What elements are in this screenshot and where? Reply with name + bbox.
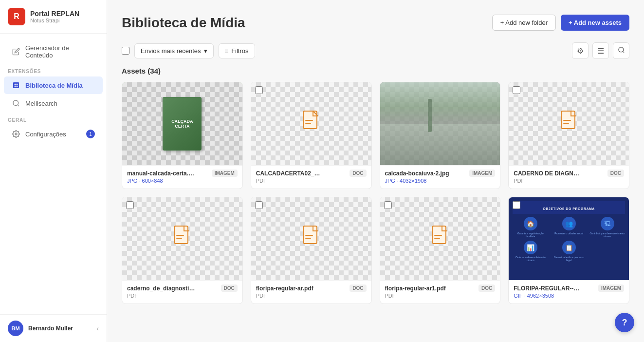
svg-rect-1 <box>15 84 16 85</box>
asset-name: CALCADACERTA02_AGO2019.pdf <box>256 170 324 177</box>
asset-info: caderno_de_diagnostico.pdf DOC PDF <box>122 280 242 304</box>
svg-point-7 <box>15 133 17 135</box>
main-content: Biblioteca de Mídia + Add new folder + A… <box>107 0 644 342</box>
sidebar-item-label: Meilisearch <box>25 100 57 107</box>
search-button[interactable] <box>613 42 629 59</box>
asset-info: calcada-bocaiuva-2.jpg IMAGEM JPG · 4032… <box>380 165 500 189</box>
file-icon <box>301 225 321 253</box>
filter-label: Filtros <box>231 47 248 55</box>
asset-meta: PDF <box>127 293 238 299</box>
asset-card[interactable]: caderno_de_diagnostico.pdf DOC PDF <box>122 197 243 304</box>
asset-checkbox[interactable] <box>255 201 263 209</box>
asset-preview <box>380 197 500 280</box>
search-icon <box>618 46 625 56</box>
asset-name-row: floripa-regular-ar1.pdf DOC <box>385 285 496 292</box>
asset-card[interactable]: CADERNO DE DIAGNÓSTICO_BAIRRO.pdf DOC PD… <box>508 82 629 189</box>
asset-info: floripa-regular-ar.pdf DOC PDF <box>251 280 371 304</box>
sort-dropdown[interactable]: Envios mais recentes ▾ <box>134 43 214 58</box>
asset-meta: JPG · 4032×1908 <box>385 178 496 184</box>
svg-rect-23 <box>434 235 442 236</box>
assets-section-title: Assets (34) <box>122 67 629 75</box>
asset-name: CADERNO DE DIAGNÓSTICO_BAIRRO.pdf <box>514 170 582 177</box>
asset-name-row: CADERNO DE DIAGNÓSTICO_BAIRRO.pdf DOC <box>514 170 624 177</box>
sidebar-item-content-manager[interactable]: Gerenciador deConteúdo <box>4 40 103 63</box>
add-assets-button[interactable]: + Add new assets <box>561 15 629 31</box>
asset-meta: GIF · 4962×3508 <box>514 293 624 299</box>
asset-name: FLORIPA-REGULAR--PILARES.gif <box>514 285 582 292</box>
asset-type-badge: IMAGEM <box>598 285 624 292</box>
main-header: Biblioteca de Mídia + Add new folder + A… <box>122 15 629 31</box>
filter-button[interactable]: ≡ Filtros <box>219 43 255 58</box>
sidebar-item-label: Configurações <box>25 131 66 138</box>
asset-info: floripa-regular-ar1.pdf DOC PDF <box>380 280 500 304</box>
asset-name-row: CALCADACERTA02_AGO2019.pdf DOC <box>256 170 367 177</box>
asset-card[interactable]: CALÇADACERTA manual-calcada-certa.jpg IM… <box>122 82 243 189</box>
select-all-checkbox[interactable] <box>122 47 129 55</box>
asset-type-badge: DOC <box>221 285 238 292</box>
asset-checkbox[interactable] <box>255 86 263 94</box>
asset-checkbox[interactable] <box>513 86 520 94</box>
asset-type-badge: DOC <box>350 170 366 177</box>
search-icon <box>12 99 20 108</box>
app-subtitle: Notus Strapi <box>30 18 79 23</box>
help-button[interactable]: ? <box>615 313 634 332</box>
app-name: Portal REPLAN <box>30 10 79 18</box>
chevron-down-icon: ▾ <box>204 47 207 55</box>
svg-point-8 <box>618 47 623 52</box>
asset-checkbox[interactable] <box>384 201 392 209</box>
asset-info: CALCADACERTA02_AGO2019.pdf DOC PDF <box>251 165 371 189</box>
asset-card[interactable]: CALCADACERTA02_AGO2019.pdf DOC PDF <box>251 82 372 189</box>
svg-rect-18 <box>176 238 182 239</box>
asset-card[interactable]: floripa-regular-ar.pdf DOC PDF <box>251 197 372 304</box>
asset-card[interactable]: calcada-bocaiuva-2.jpg IMAGEM JPG · 4032… <box>380 82 501 189</box>
svg-rect-12 <box>305 123 311 124</box>
user-name: Bernardo Muller <box>28 325 92 332</box>
media-library-icon <box>12 81 20 90</box>
page-title: Biblioteca de Mídia <box>122 15 245 31</box>
svg-rect-15 <box>563 123 569 124</box>
asset-info: FLORIPA-REGULAR--PILARES.gif IMAGEM GIF … <box>509 280 629 304</box>
list-view-button[interactable]: ☰ <box>592 42 609 59</box>
settings-icon <box>12 130 20 138</box>
settings-badge: 1 <box>86 130 95 138</box>
svg-line-9 <box>623 51 624 53</box>
asset-checkbox[interactable] <box>513 201 520 209</box>
sidebar-footer: BM Bernardo Muller ‹ <box>0 314 107 342</box>
sidebar-nav: Gerenciador deConteúdo EXTENSÕES Bibliot… <box>0 34 107 314</box>
toolbar-right: ⚙ ☰ <box>572 42 629 59</box>
asset-preview: OBJETIVOS DO PROGRAMA 🏠 Garantir a regul… <box>509 197 629 280</box>
svg-rect-24 <box>434 238 440 239</box>
asset-card[interactable]: floripa-regular-ar1.pdf DOC PDF <box>380 197 501 304</box>
asset-name-row: floripa-regular-ar.pdf DOC <box>256 285 367 292</box>
asset-name: calcada-bocaiuva-2.jpg <box>385 170 449 177</box>
svg-rect-4 <box>17 86 18 87</box>
asset-info: CADERNO DE DIAGNÓSTICO_BAIRRO.pdf DOC PD… <box>509 165 629 189</box>
edit-icon <box>12 47 20 56</box>
header-actions: + Add new folder + Add new assets <box>492 15 629 31</box>
sidebar-item-meilisearch[interactable]: Meilisearch <box>4 95 103 112</box>
filter-icon: ≡ <box>225 47 229 55</box>
asset-checkbox[interactable] <box>126 201 134 209</box>
asset-meta: PDF <box>256 293 367 299</box>
avatar: BM <box>8 321 23 336</box>
add-folder-button[interactable]: + Add new folder <box>492 15 556 31</box>
sidebar-item-settings[interactable]: Configurações 1 <box>4 125 103 143</box>
asset-preview <box>380 82 500 165</box>
file-icon <box>559 110 579 138</box>
file-icon <box>172 225 192 253</box>
svg-point-5 <box>13 100 18 106</box>
sort-label: Envios mais recentes <box>141 47 201 55</box>
sidebar-header: R Portal REPLAN Notus Strapi <box>0 0 107 34</box>
svg-rect-14 <box>563 120 571 121</box>
settings-view-button[interactable]: ⚙ <box>572 42 589 59</box>
collapse-icon[interactable]: ‹ <box>96 324 99 332</box>
asset-info: manual-calcada-certa.jpg IMAGEM JPG · 60… <box>122 165 242 189</box>
svg-rect-17 <box>176 235 184 236</box>
asset-meta: PDF <box>256 178 367 184</box>
sidebar-item-media-library[interactable]: Biblioteca de Mídia <box>4 76 103 94</box>
asset-type-badge: DOC <box>350 285 366 292</box>
asset-type-badge: IMAGEM <box>212 170 238 177</box>
asset-name-row: manual-calcada-certa.jpg IMAGEM <box>127 170 238 177</box>
asset-card[interactable]: OBJETIVOS DO PROGRAMA 🏠 Garantir a regul… <box>508 197 629 304</box>
svg-line-6 <box>18 105 19 106</box>
